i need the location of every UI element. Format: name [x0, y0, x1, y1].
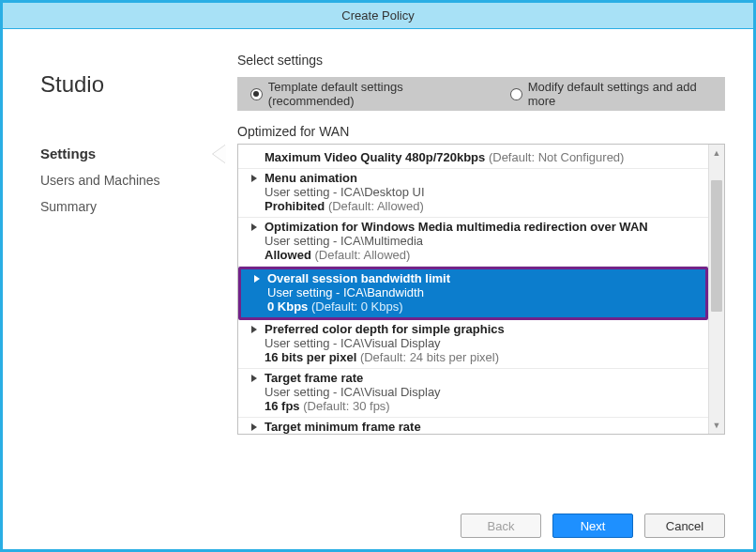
setting-title: Menu animation [265, 171, 701, 185]
setting-title: Target frame rate [265, 371, 701, 385]
window-body: Studio Settings Users and Machines Summa… [3, 29, 753, 549]
setting-sub: User setting - ICA\Visual Display [265, 385, 701, 399]
setting-sub: User setting - ICA\Desktop UI [265, 185, 701, 199]
setting-menu-animation[interactable]: Menu animation User setting - ICA\Deskto… [238, 169, 708, 218]
scroll-down-icon[interactable]: ▼ [709, 417, 724, 434]
setting-sub: User setting - ICA\Multimedia [265, 234, 701, 248]
next-button[interactable]: Next [552, 514, 633, 538]
studio-heading: Studio [40, 71, 209, 98]
settings-scroll-area[interactable]: Maximum Video Quality 480p/720kbps (Defa… [238, 145, 708, 434]
radio-modify-label: Modify default settings and add more [528, 80, 725, 108]
radio-modify-default[interactable]: Modify default settings and add more [510, 80, 725, 108]
settings-list-box: Maximum Video Quality 480p/720kbps (Defa… [237, 144, 725, 435]
nav-item-users-machines[interactable]: Users and Machines [40, 167, 209, 193]
radio-icon [250, 88, 263, 100]
caret-right-icon [254, 275, 260, 283]
back-button: Back [461, 514, 541, 538]
window-titlebar: Create Policy [3, 3, 753, 29]
scroll-thumb[interactable] [711, 180, 722, 312]
setting-title: Target minimum frame rate [265, 420, 701, 434]
setting-target-frame-rate[interactable]: Target frame rate User setting - ICA\Vis… [238, 369, 708, 418]
setting-default: (Default: Not Configured) [489, 150, 625, 164]
scroll-track[interactable] [709, 161, 724, 417]
radio-template-label: Template default settings (recommended) [268, 80, 490, 108]
setting-sub: User setting - ICA\Bandwidth [267, 285, 698, 299]
highlighted-selection-outline: Overall session bandwidth limit User set… [238, 267, 708, 320]
vertical-scrollbar[interactable]: ▲ ▼ [708, 145, 725, 434]
setting-max-video-quality[interactable]: Maximum Video Quality 480p/720kbps (Defa… [238, 148, 708, 169]
setting-preferred-color-depth[interactable]: Preferred color depth for simple graphic… [238, 320, 708, 369]
nav-item-summary[interactable]: Summary [40, 193, 209, 220]
wizard-sidebar: Studio Settings Users and Machines Summa… [3, 29, 209, 493]
caret-right-icon [251, 375, 257, 382]
caret-right-icon [251, 423, 257, 431]
caret-right-icon [251, 326, 257, 333]
nav-item-settings[interactable]: Settings [40, 140, 209, 167]
setting-value: 16 fps (Default: 30 fps) [265, 399, 701, 413]
settings-mode-row: Template default settings (recommended) … [237, 77, 725, 111]
setting-target-min-frame-rate[interactable]: Target minimum frame rate [238, 418, 708, 434]
radio-template-default[interactable]: Template default settings (recommended) [250, 80, 490, 108]
caret-right-icon [251, 223, 257, 231]
radio-icon [510, 88, 522, 100]
setting-title: Preferred color depth for simple graphic… [265, 322, 701, 336]
setting-value: 16 bits per pixel (Default: 24 bits per … [265, 350, 701, 364]
window-title: Create Policy [341, 8, 414, 23]
setting-overall-bandwidth-limit[interactable]: Overall session bandwidth limit User set… [241, 269, 705, 317]
caret-right-icon [251, 175, 257, 182]
setting-value: Prohibited (Default: Allowed) [265, 199, 701, 213]
select-settings-label: Select settings [237, 53, 725, 68]
main-panel: Select settings Template default setting… [209, 29, 753, 493]
setting-title: Optimization for Windows Media multimedi… [265, 220, 701, 234]
wizard-footer: Back Next Cancel [461, 514, 725, 538]
setting-title: Maximum Video Quality 480p/720kbps [265, 150, 485, 164]
cancel-button[interactable]: Cancel [644, 514, 725, 538]
create-policy-window: Create Policy Studio Settings Users and … [0, 0, 756, 552]
setting-wmv-redirection-wan[interactable]: Optimization for Windows Media multimedi… [238, 218, 708, 267]
setting-title: Overall session bandwidth limit [267, 271, 698, 285]
optimized-for-wan-label: Optimized for WAN [237, 124, 725, 139]
setting-value: 0 Kbps (Default: 0 Kbps) [267, 299, 698, 314]
scroll-up-icon[interactable]: ▲ [709, 145, 724, 161]
setting-sub: User setting - ICA\Visual Display [265, 336, 701, 350]
setting-value: Allowed (Default: Allowed) [265, 248, 701, 262]
